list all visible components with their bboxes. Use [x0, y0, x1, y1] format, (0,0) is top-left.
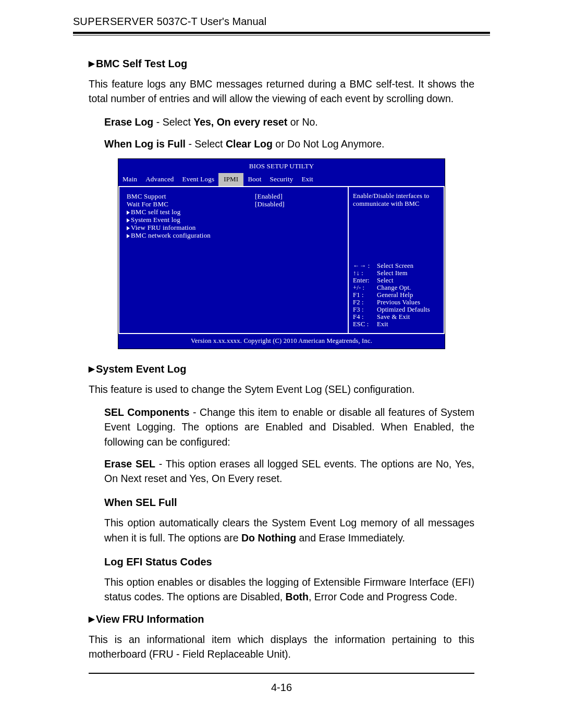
bios-left-pane: BMC Support Wait For BMC BMC self test l…	[118, 187, 349, 333]
bios-tab-main[interactable]: Main	[118, 173, 141, 186]
page-number: 4-16	[89, 680, 474, 695]
bios-item-value: [Enabled]	[255, 192, 344, 200]
erase-log-line: Erase Log - Select Yes, On every reset o…	[104, 115, 474, 129]
sel-components-line: SEL Components - Change this item to ena…	[104, 405, 474, 449]
bios-screenshot: BIOS SETUP UTILTY Main Advanced Event Lo…	[118, 158, 445, 349]
running-header: SUPERSERVER 5037C-T User's Manual	[73, 16, 490, 30]
bios-tab-eventlogs[interactable]: Event Logs	[178, 173, 219, 186]
section-heading-bmc-selftest: ▶BMC Self Test Log	[89, 56, 474, 71]
chevron-right-icon	[127, 234, 130, 238]
bios-item[interactable]: BMC network configuration	[127, 231, 255, 239]
when-sel-full-desc: This option automatically clears the Sys…	[104, 515, 474, 545]
bios-item-value: [Disabled]	[255, 200, 344, 208]
bios-item[interactable]: Wait For BMC	[127, 200, 255, 208]
bios-tabs: Main Advanced Event Logs IPMI Boot Secur…	[118, 173, 445, 186]
bios-item[interactable]: BMC Support	[127, 192, 255, 200]
bios-key-help: ←→ :Select Screen ↑↓ :Select Item Enter:…	[353, 262, 439, 328]
fru-desc: This is an informational item which disp…	[89, 632, 474, 662]
bios-title: BIOS SETUP UTILTY	[118, 159, 445, 173]
bios-item[interactable]: System Event log	[127, 216, 255, 224]
chevron-right-icon	[127, 226, 130, 230]
bios-tab-advanced[interactable]: Advanced	[141, 173, 178, 186]
triangle-icon: ▶	[89, 59, 95, 68]
section-heading-fru: ▶View FRU Information	[89, 612, 474, 627]
subheading-log-efi: Log EFI Status Codes	[104, 554, 474, 570]
bios-item-values: [Enabled] [Disabled]	[255, 192, 344, 328]
triangle-icon: ▶	[89, 364, 95, 373]
bmc-selftest-desc: This feature logs any BMC messages retur…	[89, 77, 474, 106]
chevron-right-icon	[127, 218, 130, 223]
triangle-icon: ▶	[89, 614, 95, 623]
bios-help-text: Enable/Disable interfaces to communicate…	[353, 192, 439, 208]
bios-tab-exit[interactable]: Exit	[297, 173, 317, 186]
bios-tab-security[interactable]: Security	[265, 173, 297, 186]
when-log-full-line: When Log is Full - Select Clear Log or D…	[104, 137, 474, 151]
subheading-when-sel-full: When SEL Full	[104, 495, 474, 510]
bios-right-pane: Enable/Disable interfaces to communicate…	[349, 187, 445, 333]
sel-desc: This feature is used to change the Sytem…	[89, 382, 474, 397]
bios-item[interactable]: BMC self test log	[127, 208, 255, 216]
bios-tab-ipmi[interactable]: IPMI	[218, 173, 243, 186]
header-text: SUPERSERVER 5037C-T User's Manual	[73, 16, 266, 27]
chevron-right-icon	[127, 211, 130, 215]
bios-item[interactable]: View FRU information	[127, 224, 255, 231]
erase-sel-line: Erase SEL - This option erases all logge…	[104, 456, 474, 486]
footer-rule	[89, 673, 474, 674]
page-content: ▶BMC Self Test Log This feature logs any…	[73, 35, 490, 695]
bios-footer: Version x.xx.xxxx. Copyright (C) 2010 Am…	[118, 334, 445, 349]
header-rule-thick	[73, 32, 490, 34]
bios-tab-boot[interactable]: Boot	[243, 173, 265, 186]
bios-item-labels: BMC Support Wait For BMC BMC self test l…	[127, 192, 255, 328]
log-efi-desc: This option enables or disables the logg…	[104, 575, 474, 604]
section-heading-sel: ▶System Event Log	[89, 362, 474, 377]
